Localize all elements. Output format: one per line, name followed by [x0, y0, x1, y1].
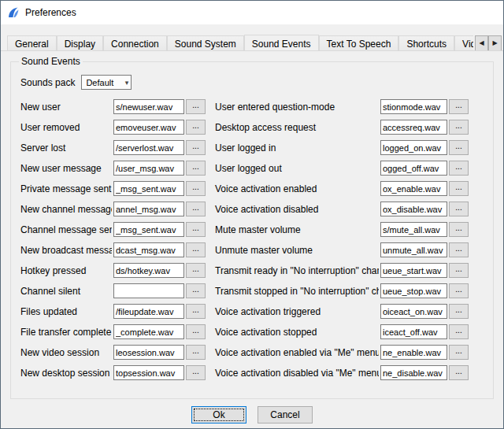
sound-file-input[interactable]: [113, 242, 184, 257]
chevron-down-icon: ▾: [125, 79, 129, 87]
browse-button[interactable]: ...: [186, 120, 206, 135]
browse-button[interactable]: ...: [186, 304, 206, 319]
group-title: Sound Events: [19, 56, 83, 67]
browse-button[interactable]: ...: [186, 222, 206, 237]
sound-event-label: Voice activation disabled: [209, 204, 379, 215]
ok-button[interactable]: Ok: [191, 406, 246, 423]
sound-file-input[interactable]: [380, 140, 447, 155]
sound-event-label: Desktop access request: [209, 122, 379, 133]
sound-file-input[interactable]: [113, 222, 184, 237]
browse-button[interactable]: ...: [449, 345, 469, 360]
cancel-button[interactable]: Cancel: [258, 406, 313, 423]
tab-display[interactable]: Display: [57, 35, 103, 50]
sound-events-group: Sound Events Sounds pack Default ▾ New u…: [10, 56, 494, 399]
sound-event-label: Mute master volume: [209, 224, 379, 235]
sounds-pack-label: Sounds pack: [20, 77, 75, 88]
browse-button[interactable]: ...: [186, 283, 206, 298]
browse-button[interactable]: ...: [449, 181, 469, 196]
sound-event-label: New user: [20, 102, 112, 113]
tab-connection[interactable]: Connection: [103, 35, 167, 50]
sounds-pack-select[interactable]: Default ▾: [81, 75, 132, 90]
sound-file-input[interactable]: [113, 263, 184, 278]
sound-file-input[interactable]: [113, 161, 184, 176]
browse-button[interactable]: ...: [449, 222, 469, 237]
sound-file-input[interactable]: [380, 99, 447, 114]
sound-event-label: Private message sent: [20, 183, 112, 194]
sound-event-label: User logged in: [209, 142, 379, 153]
browse-button[interactable]: ...: [186, 263, 206, 278]
browse-button[interactable]: ...: [186, 324, 206, 339]
sound-event-label: Voice activation triggered: [209, 306, 379, 317]
tab-scroll-right-button[interactable]: ▶: [488, 35, 502, 51]
sound-event-label: Server lost: [20, 142, 112, 153]
sound-event-label: User logged out: [209, 163, 379, 174]
tab-sound-system[interactable]: Sound System: [167, 35, 244, 50]
sound-file-input[interactable]: [113, 283, 184, 298]
window-title: Preferences: [25, 7, 76, 18]
dialog-footer: Ok Cancel: [1, 406, 503, 423]
browse-button[interactable]: ...: [186, 181, 206, 196]
sound-event-label: User removed: [20, 122, 112, 133]
sound-event-label: Hotkey pressed: [20, 265, 112, 276]
sound-event-label: Unmute master volume: [209, 245, 379, 256]
browse-button[interactable]: ...: [449, 161, 469, 176]
sound-file-input[interactable]: [380, 283, 447, 298]
sound-event-label: New user message: [20, 163, 112, 174]
sound-file-input[interactable]: [380, 120, 447, 135]
sound-file-input[interactable]: [113, 202, 184, 216]
sound-file-input[interactable]: [380, 222, 447, 237]
browse-button[interactable]: ...: [186, 365, 206, 380]
browse-button[interactable]: ...: [449, 263, 469, 278]
sound-file-input[interactable]: [113, 140, 184, 155]
browse-button[interactable]: ...: [449, 140, 469, 155]
browse-button[interactable]: ...: [449, 324, 469, 339]
sound-file-input[interactable]: [380, 161, 447, 176]
browse-button[interactable]: ...: [449, 202, 469, 216]
sound-event-label: Voice activation enabled: [209, 183, 379, 194]
sound-file-input[interactable]: [380, 181, 447, 196]
sound-file-input[interactable]: [380, 263, 447, 278]
tab-scroll-buttons: ◀ ▶: [473, 35, 502, 51]
tab-text-to-speech[interactable]: Text To Speech: [319, 35, 399, 50]
browse-button[interactable]: ...: [186, 161, 206, 176]
browse-button[interactable]: ...: [186, 140, 206, 155]
sound-event-label: New video session: [20, 347, 112, 358]
sound-file-input[interactable]: [380, 202, 447, 216]
sound-file-input[interactable]: [380, 365, 447, 380]
sound-file-input[interactable]: [380, 304, 447, 319]
browse-button[interactable]: ...: [449, 242, 469, 257]
sound-event-label: New desktop session: [20, 368, 112, 379]
browse-button[interactable]: ...: [449, 304, 469, 319]
sound-file-input[interactable]: [380, 345, 447, 360]
tab-bar: GeneralDisplayConnectionSound SystemSoun…: [1, 35, 503, 51]
tab-scroll-left-button[interactable]: ◀: [475, 35, 488, 51]
sound-file-input[interactable]: [113, 365, 184, 380]
browse-button[interactable]: ...: [449, 120, 469, 135]
sound-event-label: New channel message: [20, 204, 112, 215]
browse-button[interactable]: ...: [186, 242, 206, 257]
sound-event-label: Transmit ready in "No interruption" chan…: [209, 265, 379, 276]
sound-event-label: Voice activation enabled via "Me" menu: [209, 347, 379, 358]
browse-button[interactable]: ...: [449, 365, 469, 380]
browse-button[interactable]: ...: [449, 99, 469, 114]
sound-file-input[interactable]: [113, 99, 184, 114]
sound-file-input[interactable]: [113, 181, 184, 196]
browse-button[interactable]: ...: [186, 99, 206, 114]
preferences-window: Preferences GeneralDisplayConnectionSoun…: [0, 0, 504, 429]
sound-file-input[interactable]: [113, 345, 184, 360]
sound-file-input[interactable]: [380, 324, 447, 339]
sound-file-input[interactable]: [113, 324, 184, 339]
sound-event-label: Voice activation disabled via "Me" menu: [209, 368, 379, 379]
tab-sound-events[interactable]: Sound Events: [244, 35, 319, 51]
browse-button[interactable]: ...: [186, 345, 206, 360]
sound-file-input[interactable]: [113, 304, 184, 319]
browse-button[interactable]: ...: [186, 202, 206, 216]
tab-general[interactable]: General: [7, 35, 57, 50]
sound-event-label: Transmit stopped in "No interruption" ch…: [209, 286, 379, 297]
sounds-pack-value: Default: [86, 78, 113, 87]
tab-shortcuts[interactable]: Shortcuts: [398, 35, 454, 50]
sound-file-input[interactable]: [380, 242, 447, 257]
sound-event-label: New broadcast message: [20, 245, 112, 256]
sound-file-input[interactable]: [113, 120, 184, 135]
browse-button[interactable]: ...: [449, 283, 469, 298]
